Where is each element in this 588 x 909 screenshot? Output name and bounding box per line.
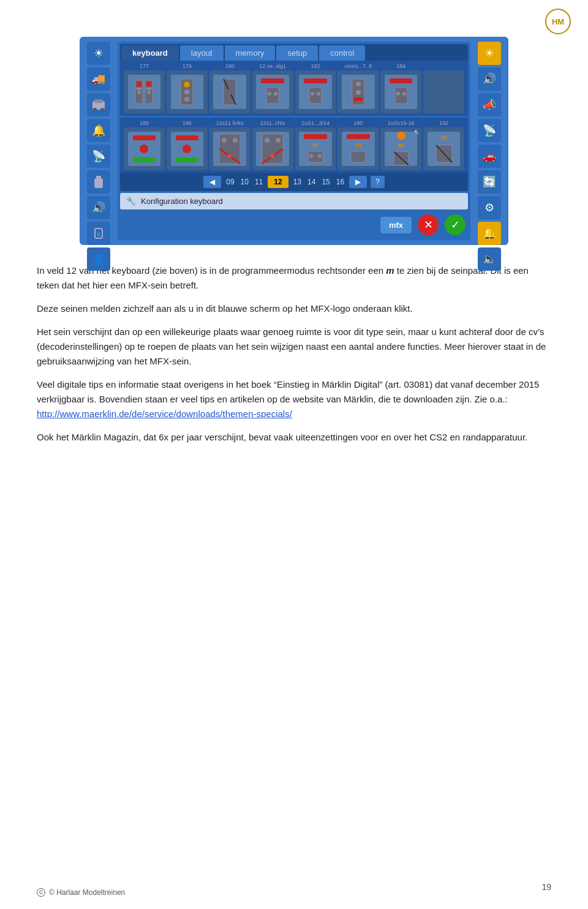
paragraph-1: In veld 12 van het keyboard (zie boven) … bbox=[37, 263, 551, 293]
grid-cell-12s11[interactable] bbox=[209, 127, 251, 170]
sidebar-train-icon[interactable] bbox=[87, 93, 110, 116]
svg-rect-5 bbox=[94, 178, 103, 188]
grid-cell-182[interactable] bbox=[295, 70, 336, 113]
svg-point-17 bbox=[184, 81, 190, 88]
sidebar-right-car-icon[interactable]: 🚗 bbox=[478, 145, 501, 168]
nav-prev-button[interactable]: ◀ bbox=[203, 176, 221, 188]
col2-header-185: 185 bbox=[124, 120, 165, 126]
nav-next-button[interactable]: ▶ bbox=[349, 176, 367, 188]
cancel-button[interactable]: ✕ bbox=[418, 214, 439, 235]
svg-point-27 bbox=[311, 92, 314, 96]
svg-point-22 bbox=[227, 89, 233, 95]
nav-num-12-active[interactable]: 12 bbox=[268, 176, 288, 188]
sidebar-vibrate-icon[interactable]: (( bbox=[87, 222, 110, 245]
tab-control[interactable]: control bbox=[319, 45, 365, 61]
svg-rect-32 bbox=[354, 97, 363, 101]
grid-cell-12se[interactable] bbox=[252, 70, 293, 113]
svg-rect-13 bbox=[146, 81, 151, 86]
paragraph-2: Deze seinen melden zichzelf aan als u in… bbox=[37, 301, 551, 316]
nav-num-13[interactable]: 13 bbox=[292, 178, 303, 186]
grid-cell-179[interactable] bbox=[167, 70, 208, 113]
nav-help-button[interactable]: ? bbox=[371, 176, 385, 188]
cursor-indicator: ↖ bbox=[414, 129, 419, 135]
nav-num-09[interactable]: 09 bbox=[225, 178, 235, 186]
nav-num-15[interactable]: 15 bbox=[320, 178, 331, 186]
sidebar-right-rotate-icon[interactable]: 🔄 bbox=[478, 170, 501, 194]
sidebar-speaker-icon[interactable]: 🔊 bbox=[87, 196, 110, 219]
svg-rect-41 bbox=[262, 134, 283, 164]
sidebar-sun-icon[interactable]: ☀ bbox=[87, 42, 110, 65]
paragraph-3: Het sein verschijnt dan op een willekeur… bbox=[37, 325, 551, 369]
col-header-voors: voors...7, 8 bbox=[337, 63, 379, 69]
col-header-empty bbox=[423, 63, 464, 69]
hm-logo: HM bbox=[545, 9, 571, 34]
col2-header-190: 190 bbox=[337, 120, 379, 126]
svg-point-40 bbox=[228, 154, 232, 158]
svg-text:((: (( bbox=[97, 231, 100, 236]
svg-point-35 bbox=[402, 92, 406, 96]
nav-num-16[interactable]: 16 bbox=[335, 178, 345, 186]
sidebar-signal-icon[interactable]: 📡 bbox=[87, 145, 110, 168]
svg-rect-36 bbox=[219, 134, 240, 164]
svg-point-34 bbox=[396, 92, 400, 96]
config-label: Konfiguration keyboard bbox=[141, 197, 223, 206]
svg-point-47 bbox=[309, 154, 313, 158]
grid-row-2-cells: m m bbox=[124, 127, 464, 170]
grid-cell-186[interactable] bbox=[167, 127, 208, 170]
grid-cell-1uSv[interactable]: m ↖ bbox=[380, 127, 421, 170]
sidebar-bottle-icon[interactable] bbox=[87, 170, 110, 194]
sidebar-right-wifi-icon[interactable]: 📡 bbox=[478, 119, 501, 142]
svg-point-19 bbox=[184, 97, 189, 102]
grid-section-1: 177 179 180 12 se..slg1 182 voors...7, 8… bbox=[120, 61, 468, 116]
left-sidebar: ☀ 🚚 🔔 📡 🔊 (( 👤 bbox=[85, 42, 113, 271]
sidebar-right-speaker-icon[interactable]: 🔊 bbox=[478, 67, 501, 91]
website-link[interactable]: http://www.maerklin.de/de/service/downlo… bbox=[37, 409, 292, 419]
svg-rect-49 bbox=[351, 151, 366, 162]
sidebar-right-volume-icon[interactable]: 🔈 bbox=[478, 247, 501, 271]
tab-memory[interactable]: memory bbox=[225, 45, 276, 61]
svg-rect-1 bbox=[94, 99, 103, 103]
col2-header-12s11: 12s11 links bbox=[209, 120, 251, 126]
svg-point-25 bbox=[274, 92, 277, 96]
grid-cell-177[interactable] bbox=[124, 70, 165, 113]
grid-cell-voors[interactable] bbox=[337, 70, 379, 113]
tab-layout[interactable]: layout bbox=[180, 45, 224, 61]
sidebar-person-icon[interactable]: 👤 bbox=[87, 247, 110, 271]
grid-cell-12s1chts[interactable] bbox=[252, 127, 293, 170]
ok-button[interactable]: ✓ bbox=[445, 214, 466, 235]
nav-num-10[interactable]: 10 bbox=[239, 178, 250, 186]
tab-bar: keyboard layout memory setup control bbox=[120, 44, 468, 61]
grid-cell-180[interactable] bbox=[209, 70, 251, 113]
tab-setup[interactable]: setup bbox=[276, 45, 318, 61]
sidebar-bell-icon[interactable]: 🔔 bbox=[87, 119, 110, 142]
grid-cell-185[interactable] bbox=[124, 127, 165, 170]
svg-point-30 bbox=[356, 81, 361, 86]
grid-cell-192[interactable]: m bbox=[423, 127, 464, 170]
svg-point-11 bbox=[137, 91, 141, 94]
svg-point-28 bbox=[317, 92, 320, 96]
svg-point-31 bbox=[356, 90, 361, 95]
sidebar-right-bell-icon[interactable]: 🔔 bbox=[478, 222, 501, 245]
svg-point-48 bbox=[318, 154, 322, 158]
page-number: 19 bbox=[541, 882, 551, 892]
svg-point-43 bbox=[276, 138, 281, 143]
sidebar-right-horn-icon[interactable]: 📣 bbox=[478, 93, 501, 116]
svg-point-42 bbox=[265, 138, 270, 143]
grid-cell-1uS1[interactable]: m bbox=[295, 127, 336, 170]
grid-row-2-headers: 185 186 12s11 links 12s1..chts 1uS1...3/… bbox=[124, 120, 464, 126]
sidebar-right-sun-icon[interactable]: ☀ bbox=[478, 42, 501, 65]
col-header-184: 184 bbox=[380, 63, 421, 69]
grid-cell-184[interactable] bbox=[380, 70, 421, 113]
col2-header-186: 186 bbox=[167, 120, 208, 126]
config-bar: 🔧 Konfiguration keyboard bbox=[120, 193, 468, 209]
mfx-button[interactable]: mfx bbox=[380, 217, 412, 233]
sidebar-truck-icon[interactable]: 🚚 bbox=[87, 67, 110, 91]
sidebar-right-settings-icon[interactable]: ⚙ bbox=[478, 196, 501, 219]
paragraph-5: Ook het Märklin Magazin, dat 6x per jaar… bbox=[37, 430, 551, 445]
nav-num-14[interactable]: 14 bbox=[306, 178, 317, 186]
grid-cell-190[interactable]: m bbox=[337, 127, 379, 170]
nav-num-11[interactable]: 11 bbox=[254, 178, 264, 186]
tab-keyboard[interactable]: keyboard bbox=[121, 45, 179, 61]
footer: © © Harlaar Modeltreinen bbox=[37, 888, 125, 897]
svg-point-45 bbox=[271, 154, 274, 158]
